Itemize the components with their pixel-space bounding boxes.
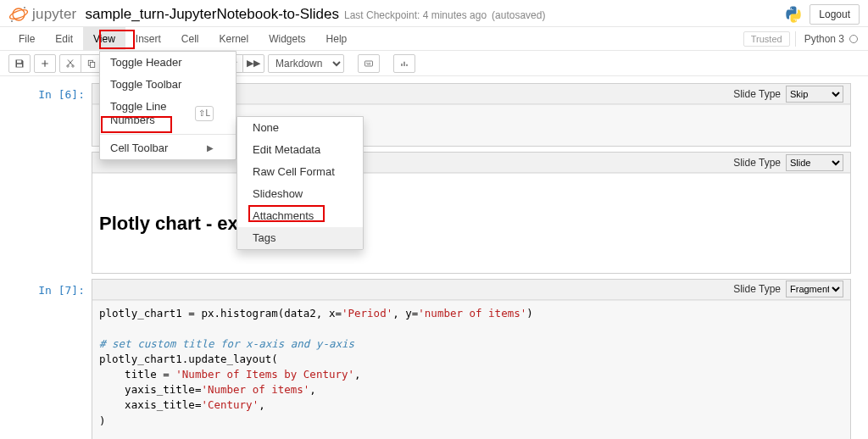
add-cell-button[interactable] [34,54,56,73]
svg-rect-7 [91,62,95,67]
cell-prompt [17,152,92,273]
markdown-heading: Plotly chart - ex [99,210,843,237]
submenu-arrow-icon: ▶ [207,142,214,155]
logout-button[interactable]: Logout [810,4,860,25]
slide-type-select[interactable]: Fragment [786,281,843,297]
slide-type-label: Slide Type [733,88,781,100]
cell-toolbar-area: Slide Type Fragment [92,280,850,300]
cell-code-editor[interactable]: plotly_chart1 = px.histogram(data2, x='P… [92,300,850,439]
header-bar: jupyter sample_turn-JupyterNotebook-to-S… [0,0,868,27]
slide-type-select[interactable]: Slide [786,154,843,171]
kernel-name[interactable]: Python 3 [804,33,844,45]
save-icon [14,58,25,69]
restart-run-all-button[interactable]: ▶▶ [242,54,264,73]
cell-toolbar-submenu: None Edit Metadata Raw Cell Format Slide… [236,116,364,250]
jupyter-planet-icon [8,4,29,25]
autosave-text: (autosaved) [492,9,545,21]
menu-widgets[interactable]: Widgets [259,27,315,51]
checkpoint-text: Last Checkpoint: 4 minutes ago [344,9,487,21]
menu-bar: File Edit View Insert Cell Kernel Widget… [0,27,868,51]
menu-separator [100,134,236,135]
menu-cell[interactable]: Cell [171,27,209,51]
menu-item-cell-toolbar[interactable]: Cell Toolbar▶ [100,137,236,159]
cut-button[interactable] [59,54,81,73]
svg-rect-10 [365,61,373,66]
submenu-item-raw-cell-format[interactable]: Raw Cell Format [237,161,363,183]
cell-prompt: In [7]: [17,279,92,439]
title-area: sample_turn-JupyterNotebook-to-Slides La… [85,6,545,23]
logo-text: jupyter [32,6,76,23]
slide-type-select[interactable]: Skip [786,86,843,103]
menu-item-toggle-header[interactable]: Toggle Header [100,52,236,74]
trusted-indicator[interactable]: Trusted [743,31,790,47]
menu-file[interactable]: File [8,27,45,51]
menu-item-toggle-line-numbers[interactable]: Toggle Line Numbers⇧L [100,96,236,131]
submenu-item-attachments[interactable]: Attachments [237,205,363,227]
cell-prompt: In [6]: [17,83,92,147]
submenu-item-none[interactable]: None [237,117,363,139]
submenu-item-tags[interactable]: Tags [237,227,363,249]
menu-help[interactable]: Help [316,27,358,51]
svg-point-2 [24,6,25,8]
menu-view[interactable]: View [83,27,125,51]
kernel-status-icon [849,35,858,43]
view-menu-dropdown: Toggle Header Toggle Toolbar Toggle Line… [99,51,236,160]
copy-icon [86,58,97,69]
svg-point-5 [72,64,74,66]
menu-kernel[interactable]: Kernel [209,27,259,51]
shortcut-badge: ⇧L [195,106,214,121]
fast-forward-icon: ▶▶ [247,58,260,69]
slide-type-label: Slide Type [733,157,781,169]
svg-point-4 [67,64,69,66]
menu-edit[interactable]: Edit [45,27,83,51]
code-cell[interactable]: In [7]: Slide Type Fragment plotly_chart… [17,279,851,439]
command-palette-button[interactable] [358,54,380,73]
svg-point-1 [8,8,29,20]
jupyter-logo[interactable]: jupyter [8,4,76,25]
cut-icon [65,58,75,69]
save-button[interactable] [8,54,31,73]
submenu-item-edit-metadata[interactable]: Edit Metadata [237,139,363,161]
bar-chart-icon [399,58,409,69]
notebook-title[interactable]: sample_turn-JupyterNotebook-to-Slides [85,6,339,23]
cell-type-select[interactable]: Markdown [268,54,344,73]
menu-insert[interactable]: Insert [125,27,171,51]
slide-type-label: Slide Type [733,283,781,295]
submenu-item-slideshow[interactable]: Slideshow [237,183,363,205]
nbextension-button[interactable] [393,54,415,73]
keyboard-icon [364,58,374,69]
plus-icon [40,58,50,69]
python-logo-icon [784,5,803,24]
svg-point-3 [11,19,13,21]
menu-item-toggle-toolbar[interactable]: Toggle Toolbar [100,74,236,96]
cell-markdown-rendered[interactable]: Plotly chart - ex [92,173,850,272]
markdown-cell[interactable]: Slide Type Slide Plotly chart - ex [17,152,851,273]
